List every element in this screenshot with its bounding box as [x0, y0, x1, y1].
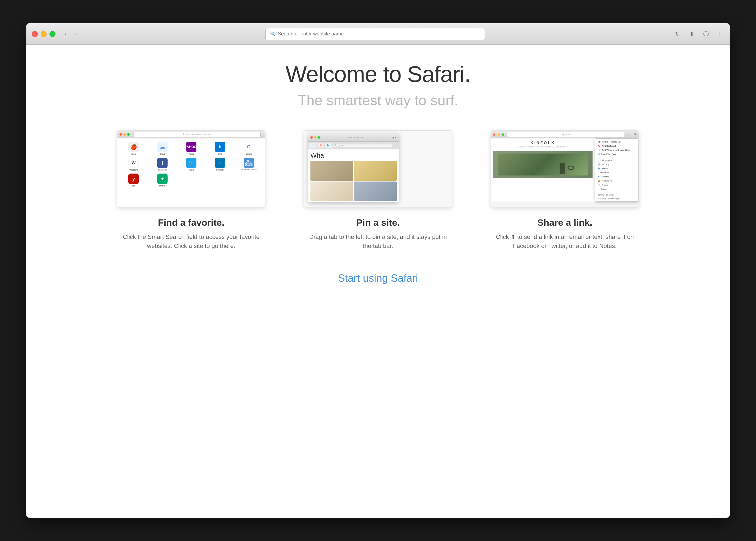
fav-yelp[interactable]: y Yelp — [121, 174, 147, 187]
feature-desc-pin: Drag a tab to the left to pin a site, an… — [307, 232, 449, 251]
share-menu-airdrop[interactable]: 📡 AirDrop — [595, 162, 638, 167]
pin-screenshot: www.pinterest.com ◀ ▶ f P 🐦 🔍 ing for? → — [304, 131, 452, 207]
refresh-button[interactable]: ↻ — [672, 29, 682, 39]
kinfolk-nav: EVENTS STORIES FILMS CITY GUIDES GALLERI… — [493, 146, 592, 149]
share-menu-linkedin[interactable]: in LinkedIn — [595, 175, 638, 179]
features-row: 🔍 Search or enter website name 🍎 Apple ☁… — [76, 131, 680, 251]
welcome-heading: Welcome to Safari. — [286, 61, 470, 87]
new-tab-button[interactable]: + — [714, 29, 724, 39]
feature-desc-share: Click ⬆ to send a link in an email or te… — [493, 232, 636, 251]
share-menu[interactable]: 📚 Add to Reading List 🔖 Add Bookmark 🔗 A… — [595, 138, 639, 202]
minimize-button[interactable] — [41, 31, 47, 37]
share-menu-reminders[interactable]: 🔔 Reminders — [595, 179, 638, 183]
fav-linkedin[interactable]: in LinkedIn — [207, 158, 233, 171]
fav-label-bing: Bing — [218, 153, 222, 155]
share-menu-reading-list[interactable]: 📚 Add to Reading List — [595, 140, 638, 144]
fav-weather[interactable]: The Weather Channel The Weather Channel — [236, 158, 262, 171]
fav-label-wikipedia: Wikipedia — [129, 169, 138, 171]
fav-twitter[interactable]: 🐦 Twitter — [178, 158, 204, 171]
share-menu-twitter[interactable]: 🐦 Twitter — [595, 167, 638, 171]
nav-buttons: ‹ › — [61, 29, 81, 39]
titlebar: ‹ › 🔍 ↻ ⬆ ⓘ + — [26, 23, 730, 45]
fav-tripadvisor[interactable]: ✈ TripAdvisor — [150, 174, 176, 187]
forward-button[interactable]: › — [71, 29, 81, 39]
share-menu-email[interactable]: ✉ Email This Page — [595, 152, 638, 156]
fav-label-apple: Apple — [131, 153, 136, 155]
fav-label-weather: The Weather Channel — [241, 169, 257, 171]
browser-window: ‹ › 🔍 ↻ ⬆ ⓘ + Welcome to Safari. The sma… — [26, 23, 730, 518]
favorites-screenshot: 🔍 Search or enter website name 🍎 Apple ☁… — [117, 131, 265, 207]
address-bar[interactable]: 🔍 — [265, 28, 485, 40]
main-content: Welcome to Safari. The smartest way to s… — [26, 45, 730, 518]
fav-facebook[interactable]: f Facebook — [150, 158, 176, 171]
feature-title-pin: Pin a site. — [356, 217, 400, 228]
share-menu-notes[interactable]: 📝 Notes — [595, 183, 638, 187]
share-menu-bookmark[interactable]: 🔖 Add Bookmark — [595, 144, 638, 148]
fav-label-yelp: Yelp — [132, 185, 135, 187]
share-menu-eric[interactable]: Eric Westcoast Messages — [595, 197, 638, 200]
kinfolk-image — [493, 151, 592, 178]
feature-desc-favorites: Click the Smart Search field to access y… — [120, 232, 263, 251]
search-icon: 🔍 — [270, 31, 276, 37]
share-menu-messages[interactable]: 💬 Messages — [595, 158, 638, 162]
start-using-safari-link[interactable]: Start using Safari — [338, 272, 418, 284]
fav-google[interactable]: G Google — [236, 142, 262, 155]
back-button[interactable]: ‹ — [61, 29, 70, 39]
fav-label-icloud: iCloud — [160, 153, 165, 155]
fav-label-google: Google — [246, 153, 252, 155]
fav-label-twitter: Twitter — [189, 169, 194, 171]
traffic-lights — [32, 31, 56, 37]
share-screenshot: SEARCH ☁⬆☰ KINFOLK EVENTS STORIES FILMS … — [491, 131, 639, 207]
fav-icloud[interactable]: ☁ iCloud — [150, 142, 176, 155]
share-button[interactable]: ⬆ — [687, 29, 697, 39]
fav-label-yahoo: Yahoo — [189, 153, 194, 155]
feature-title-share: Share a link. — [537, 217, 592, 228]
share-menu-tammy[interactable]: Tammy Trim Email — [595, 193, 638, 197]
share-menu-more[interactable]: ⋯ More... — [595, 187, 638, 191]
fav-label-tripadvisor: TripAdvisor — [158, 185, 167, 187]
close-button[interactable] — [32, 31, 38, 37]
address-bar-container: 🔍 — [84, 28, 666, 40]
toolbar-icons: ↻ ⬆ ⓘ — [672, 29, 711, 39]
feature-share: SEARCH ☁⬆☰ KINFOLK EVENTS STORIES FILMS … — [482, 131, 647, 251]
kinfolk-brand: KINFOLK — [493, 141, 592, 145]
fav-label-facebook: Facebook — [158, 169, 167, 171]
fav-label-linkedin: LinkedIn — [217, 169, 224, 171]
feature-favorites: 🔍 Search or enter website name 🍎 Apple ☁… — [109, 131, 274, 251]
info-button[interactable]: ⓘ — [701, 29, 711, 39]
fav-apple[interactable]: 🍎 Apple — [121, 142, 147, 155]
feature-pin: www.pinterest.com ◀ ▶ f P 🐦 🔍 ing for? → — [296, 131, 460, 251]
search-input[interactable] — [278, 31, 480, 37]
maximize-button[interactable] — [49, 31, 56, 37]
share-menu-shared-links[interactable]: 🔗 Add Website to Shared Links — [595, 148, 638, 152]
share-menu-facebook[interactable]: f Facebook — [595, 171, 638, 175]
fav-bing[interactable]: b Bing — [207, 142, 233, 155]
welcome-subheading: The smartest way to surf. — [298, 92, 458, 109]
fav-wikipedia[interactable]: W Wikipedia — [121, 158, 147, 171]
feature-title-favorites: Find a favorite. — [158, 217, 225, 228]
favorites-grid: 🍎 Apple ☁ iCloud YAHOO! Yahoo — [117, 138, 265, 190]
fav-yahoo[interactable]: YAHOO! Yahoo — [178, 142, 204, 155]
